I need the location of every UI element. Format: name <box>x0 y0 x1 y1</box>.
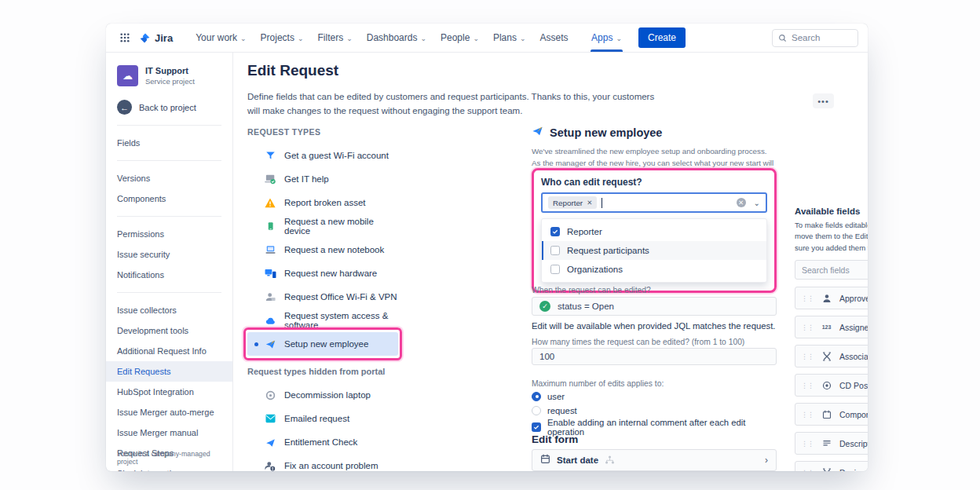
radio-icon[interactable] <box>532 406 541 415</box>
nav-menu-item[interactable]: Plans ⌄ <box>486 24 533 52</box>
radio-option[interactable]: request <box>532 404 777 416</box>
nav-menu-item[interactable]: Your work ⌄ <box>188 24 253 52</box>
dropdown-option[interactable]: Reporter <box>542 222 766 241</box>
app-switcher-icon[interactable] <box>120 33 130 42</box>
chip-remove-icon[interactable]: ✕ <box>587 199 592 207</box>
sidebar-item[interactable]: Issue collectors <box>106 300 232 320</box>
chevron-right-icon[interactable]: › <box>765 455 768 466</box>
search-fields-input[interactable] <box>795 260 868 280</box>
sidebar-item[interactable]: Permissions <box>106 224 232 244</box>
request-type-item[interactable]: Request a new notebook <box>247 238 398 261</box>
chevron-down-icon: ⌄ <box>473 35 479 42</box>
request-type-item[interactable]: Decommission laptop <box>247 383 398 407</box>
sidebar-item[interactable]: Edit Requests <box>106 361 232 382</box>
drag-handle-icon[interactable]: ⋮⋮ <box>801 324 814 331</box>
back-to-project[interactable]: ← Back to project <box>106 100 232 115</box>
selected-value-chip: Reporter ✕ <box>548 196 597 209</box>
who-can-edit-multiselect[interactable]: Reporter ✕ ✕ ⌄ <box>541 192 767 213</box>
available-field-card[interactable]: ⋮⋮ Approvers <box>795 287 868 309</box>
nav-menu-item[interactable]: Filters ⌄ <box>311 24 360 52</box>
multiselect-text-input[interactable] <box>607 198 731 207</box>
request-type-item[interactable]: Request a new mobile device <box>247 214 398 238</box>
request-type-item[interactable]: Get a guest Wi-Fi account <box>247 144 398 167</box>
edit-form-field-row[interactable]: Start date › <box>532 449 777 471</box>
chevron-down-icon[interactable]: ⌄ <box>754 199 760 207</box>
option-checkbox[interactable] <box>550 246 560 255</box>
sidebar-item[interactable]: Issue Merger manual <box>106 422 232 443</box>
dropdown-option[interactable]: Request participants <box>542 241 766 260</box>
request-type-label: Fix an account problem <box>284 461 378 470</box>
available-field-card[interactable]: ⋮⋮ Device <box>795 461 868 471</box>
sidebar-item[interactable] <box>117 160 221 161</box>
request-type-item[interactable]: Emailed request <box>247 407 398 430</box>
available-field-card[interactable]: ⋮⋮ Components <box>795 403 868 426</box>
sidebar-item[interactable]: Issue Merger auto-merge <box>106 402 232 422</box>
request-type-item[interactable]: Request system access & software <box>247 309 398 332</box>
nav-menu-item[interactable]: Projects ⌄ <box>254 24 311 52</box>
clear-icon[interactable]: ✕ <box>737 198 746 207</box>
available-field-card[interactable]: ⋮⋮ CD Position <box>795 374 868 397</box>
option-checkbox[interactable] <box>550 265 560 274</box>
hierarchy-icon <box>605 453 615 467</box>
request-type-label: Report broken asset <box>284 198 366 207</box>
create-button[interactable]: Create <box>638 27 686 48</box>
sidebar-item[interactable]: Versions <box>106 168 232 188</box>
drag-handle-icon[interactable]: ⋮⋮ <box>801 411 814 419</box>
nav-menu-item[interactable]: Assets ⌄ <box>533 24 585 52</box>
sidebar-item-label: Permissions <box>117 229 164 239</box>
sidebar-item[interactable]: Additional Request Info <box>106 341 232 361</box>
nav-menu-item[interactable]: Dashboards ⌄ <box>360 24 433 52</box>
sidebar-item[interactable] <box>117 125 221 126</box>
search-input[interactable] <box>792 33 842 42</box>
jira-logo[interactable]: Jira <box>139 32 173 44</box>
request-type-item[interactable]: Entitlement Check <box>247 430 398 454</box>
request-type-item[interactable]: Request Office Wi-Fi & VPN <box>247 285 398 309</box>
sidebar-item[interactable]: Fields <box>106 133 232 153</box>
nav-menu-item[interactable]: Apps ⌄ <box>584 24 629 52</box>
request-type-label: Request system access & software <box>284 311 398 330</box>
drag-handle-icon[interactable]: ⋮⋮ <box>801 382 814 389</box>
request-type-label: Entitlement Check <box>284 437 357 447</box>
request-types-list: Get a guest Wi-Fi account Get IT help Re… <box>247 144 398 356</box>
request-type-item[interactable]: Setup new employee <box>247 332 398 356</box>
drag-handle-icon[interactable]: ⋮⋮ <box>801 294 814 302</box>
chevron-down-icon: ⌄ <box>420 35 426 42</box>
sidebar-item[interactable]: HubSpot Integration <box>106 382 232 402</box>
sidebar-item[interactable]: Notifications <box>106 265 232 285</box>
project-header[interactable]: ☁ IT Support Service project <box>106 65 232 86</box>
times-input[interactable]: 100 <box>532 348 777 365</box>
drag-handle-icon[interactable]: ⋮⋮ <box>801 353 814 360</box>
nav-menu-item[interactable]: People ⌄ <box>433 24 486 52</box>
request-type-item[interactable]: Get IT help <box>247 167 398 191</box>
drag-handle-icon[interactable]: ⋮⋮ <box>801 469 814 471</box>
available-fields-heading: Available fields <box>795 207 868 216</box>
more-actions-button[interactable]: ••• <box>813 93 834 108</box>
who-can-edit-annotated-box: Who can edit request? Reporter ✕ ✕ ⌄ <box>532 168 777 293</box>
radio-label: request <box>547 406 577 415</box>
sidebar-item[interactable]: Components <box>106 188 232 209</box>
sidebar-nav: Fields Versions Components Permissions I… <box>106 125 232 471</box>
sidebar-item[interactable] <box>117 216 221 217</box>
field-type-icon: 123 <box>821 324 832 330</box>
project-type: Service project <box>145 77 195 86</box>
sidebar-item[interactable]: Issue security <box>106 244 232 265</box>
global-search[interactable] <box>772 29 858 47</box>
request-type-item[interactable]: Fix an account problem <box>247 454 398 471</box>
available-field-card[interactable]: ⋮⋮ Description <box>795 432 868 455</box>
dropdown-option[interactable]: Organizations <box>542 260 766 279</box>
available-field-card[interactable]: ⋮⋮ Associated Laptops <box>795 345 868 368</box>
sidebar-item[interactable]: Development tools <box>106 320 232 341</box>
request-type-item[interactable]: Request new hardware <box>247 261 398 285</box>
drag-handle-icon[interactable]: ⋮⋮ <box>801 440 814 448</box>
request-type-item[interactable]: Report broken asset <box>247 191 398 214</box>
option-checkbox[interactable] <box>550 227 560 236</box>
checkbox-icon[interactable] <box>532 422 541 432</box>
radio-icon[interactable] <box>532 392 541 401</box>
hidden-request-types-heading: Request types hidden from portal <box>247 367 398 376</box>
radio-option[interactable]: user <box>532 390 777 402</box>
project-type-footnote: You're in a company-managed project <box>117 450 232 466</box>
sidebar-item-label: HubSpot Integration <box>117 387 194 397</box>
sidebar-item[interactable] <box>117 292 221 293</box>
available-field-card[interactable]: ⋮⋮ 123 Assignee <box>795 316 868 338</box>
jql-input[interactable]: ✓ status = Open <box>532 297 777 316</box>
